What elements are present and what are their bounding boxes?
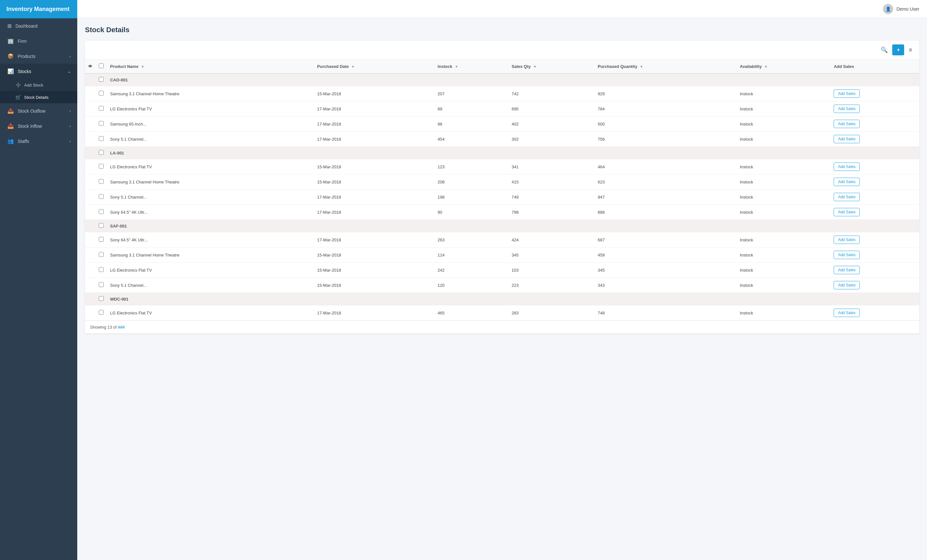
row-checkbox[interactable] bbox=[99, 310, 103, 315]
group-checkbox[interactable] bbox=[99, 150, 103, 155]
row-product-name: Sony 5.1 Channel... bbox=[107, 190, 314, 205]
row-purchased-qty: 784 bbox=[594, 102, 737, 117]
stock-inflow-icon: 📥 bbox=[8, 123, 14, 129]
row-eye bbox=[85, 263, 96, 278]
table-row: LG Electronics Flat TV 15-Mar-2018 242 1… bbox=[85, 263, 919, 278]
row-checkbox[interactable] bbox=[99, 237, 103, 242]
search-button[interactable]: 🔍 bbox=[879, 44, 890, 55]
sidebar-item-add-stock[interactable]: ➕ Add Stock bbox=[0, 79, 77, 91]
row-checkbox[interactable] bbox=[99, 106, 103, 111]
row-checkbox[interactable] bbox=[99, 282, 103, 287]
menu-button[interactable]: ≡ bbox=[907, 45, 914, 55]
add-sales-button[interactable]: Add Sales bbox=[834, 193, 860, 201]
th-check bbox=[96, 59, 107, 73]
sidebar-item-stock-inflow[interactable]: 📥 Stock Inflow › bbox=[0, 118, 77, 134]
page-title: Stock Details bbox=[85, 26, 919, 34]
table-header-row: 👁 Product Name ▼ Purchased Date ▼ bbox=[85, 59, 919, 73]
row-add-sales-cell: Add Sales bbox=[830, 86, 919, 102]
add-sales-button[interactable]: Add Sales bbox=[834, 235, 860, 244]
sort-arrow-instock: ▼ bbox=[455, 65, 458, 68]
th-purchased-quantity[interactable]: Purchased Quantity ▼ bbox=[594, 59, 737, 73]
add-sales-button[interactable]: Add Sales bbox=[834, 120, 860, 128]
row-add-sales-cell: Add Sales bbox=[830, 305, 919, 320]
row-instock: 89 bbox=[435, 102, 509, 117]
group-checkbox[interactable] bbox=[99, 296, 103, 301]
th-sales-qty[interactable]: Sales Qty ▼ bbox=[509, 59, 595, 73]
avatar: 👤 bbox=[883, 4, 893, 14]
sidebar-item-stock-outflow[interactable]: 📤 Stock Outflow › bbox=[0, 103, 77, 118]
group-eye-cell bbox=[85, 73, 96, 86]
row-checkbox[interactable] bbox=[99, 194, 103, 199]
add-sales-button[interactable]: Add Sales bbox=[834, 105, 860, 113]
add-sales-button[interactable]: Add Sales bbox=[834, 90, 860, 98]
sidebar: Inventory Management ⊞ Dashboard 🏢 Firm … bbox=[0, 0, 77, 560]
row-availability: Instock bbox=[737, 247, 831, 263]
group-eye-cell bbox=[85, 293, 96, 305]
sort-arrow-product-name: ▼ bbox=[141, 65, 144, 68]
sidebar-item-label: Dashboard bbox=[15, 23, 38, 29]
group-check-cell bbox=[96, 73, 107, 86]
add-sales-button[interactable]: Add Sales bbox=[834, 178, 860, 186]
table-row: Sony 64.5" 4K Ultr... 17-Mar-2018 263 42… bbox=[85, 232, 919, 247]
stocks-icon: 📊 bbox=[8, 68, 14, 74]
group-eye-cell bbox=[85, 220, 96, 232]
row-checkbox[interactable] bbox=[99, 121, 103, 126]
sidebar-item-label: Stocks bbox=[18, 69, 31, 74]
table-row: Samsung 65-Inch... 17-Mar-2018 98 402 50… bbox=[85, 117, 919, 132]
sidebar-item-stock-details[interactable]: 🛒 Stock Details bbox=[0, 91, 77, 103]
add-button[interactable]: + bbox=[892, 44, 904, 55]
group-check-cell bbox=[96, 293, 107, 305]
row-availability: Instock bbox=[737, 190, 831, 205]
sidebar-item-dashboard[interactable]: ⊞ Dashboard bbox=[0, 18, 77, 33]
add-sales-button[interactable]: Add Sales bbox=[834, 309, 860, 317]
sidebar-item-label: Firm bbox=[18, 39, 27, 44]
select-all-checkbox[interactable] bbox=[99, 64, 103, 68]
row-eye bbox=[85, 205, 96, 220]
th-instock[interactable]: Instock ▼ bbox=[435, 59, 509, 73]
add-sales-button[interactable]: Add Sales bbox=[834, 251, 860, 259]
sidebar-item-staffs[interactable]: 👥 Staffs › bbox=[0, 134, 77, 149]
row-checkbox[interactable] bbox=[99, 91, 103, 96]
group-check-cell bbox=[96, 147, 107, 159]
group-label: CAO-001 bbox=[107, 73, 919, 86]
add-sales-button[interactable]: Add Sales bbox=[834, 281, 860, 289]
row-eye bbox=[85, 86, 96, 102]
products-icon: 📦 bbox=[8, 53, 14, 59]
add-sales-button[interactable]: Add Sales bbox=[834, 162, 860, 171]
row-add-sales-cell: Add Sales bbox=[830, 175, 919, 190]
table-row: LG Electronics Flat TV 17-Mar-2018 89 69… bbox=[85, 102, 919, 117]
row-checkbox[interactable] bbox=[99, 164, 103, 168]
sidebar-item-products[interactable]: 📦 Products › bbox=[0, 49, 77, 64]
th-availability[interactable]: Availability ▼ bbox=[737, 59, 831, 73]
th-product-name[interactable]: Product Name ▼ bbox=[107, 59, 314, 73]
add-sales-button[interactable]: Add Sales bbox=[834, 208, 860, 216]
group-checkbox[interactable] bbox=[99, 223, 103, 228]
row-purchased-qty: 623 bbox=[594, 175, 737, 190]
add-sales-button[interactable]: Add Sales bbox=[834, 266, 860, 274]
row-product-name: LG Electronics Flat TV bbox=[107, 102, 314, 117]
row-checkbox[interactable] bbox=[99, 209, 103, 214]
row-check bbox=[96, 159, 107, 175]
th-purchased-date[interactable]: Purchased Date ▼ bbox=[314, 59, 434, 73]
showing-label: Showing 13 of bbox=[90, 325, 117, 329]
sort-arrow-availability: ▼ bbox=[764, 65, 767, 68]
row-checkbox[interactable] bbox=[99, 267, 103, 272]
group-row: CAO-001 bbox=[85, 73, 919, 86]
stock-outflow-icon: 📤 bbox=[8, 108, 14, 114]
row-purchased-qty: 687 bbox=[594, 232, 737, 247]
sidebar-item-stocks[interactable]: 📊 Stocks ⌄ bbox=[0, 64, 77, 79]
row-purchased-date: 17-Mar-2018 bbox=[314, 190, 434, 205]
row-sales-qty: 402 bbox=[509, 117, 595, 132]
row-check bbox=[96, 86, 107, 102]
row-checkbox[interactable] bbox=[99, 136, 103, 141]
row-checkbox[interactable] bbox=[99, 252, 103, 257]
main-content: 👤 Demo User Stock Details 🔍 + ≡ 👁 bbox=[77, 0, 927, 560]
group-checkbox[interactable] bbox=[99, 77, 103, 82]
add-sales-button[interactable]: Add Sales bbox=[834, 135, 860, 143]
sidebar-item-firm[interactable]: 🏢 Firm bbox=[0, 33, 77, 49]
row-purchased-qty: 947 bbox=[594, 190, 737, 205]
sort-arrow-purchased-qty: ▼ bbox=[640, 65, 643, 68]
th-eye: 👁 bbox=[85, 59, 96, 73]
row-checkbox[interactable] bbox=[99, 179, 103, 184]
row-product-name: Samsung 3.1 Channel Home Theatre bbox=[107, 86, 314, 102]
